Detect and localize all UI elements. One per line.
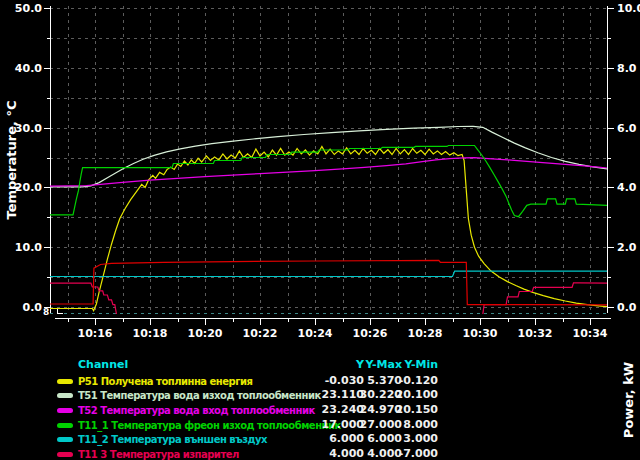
channel-label-t51: T51 Температура вода изход топлообменник [78, 390, 321, 402]
value-ymin-t11_2: 3.000 [380, 433, 438, 445]
legend-header-channel: Channel [78, 359, 128, 371]
legend-swatch-t52 [57, 408, 73, 413]
legend-table: Channel Y Y-Max Y-Min P51 Получена топли… [0, 0, 640, 460]
legend-swatch-t11_3 [57, 452, 73, 457]
channel-label-p51: P51 Получена топлинна енергия [78, 376, 252, 388]
legend-swatch-t51 [57, 393, 73, 398]
legend-swatch-t11_2 [57, 437, 73, 442]
value-ymin-t52: 20.150 [380, 404, 438, 416]
legend-swatch-p51 [57, 379, 73, 384]
value-ymin-p51: -0.120 [380, 375, 438, 387]
value-ymin-t11_3: -7.000 [380, 448, 438, 460]
channel-label-t11_3: T11 3 Температура изпарител [78, 449, 239, 460]
legend-swatch-t11_1 [57, 423, 73, 428]
legend-header-ymin: Y-Min [380, 359, 438, 371]
channel-label-t52: T52 Температура вода вход топлообменник [78, 405, 315, 417]
value-ymin-t51: 20.100 [380, 389, 438, 401]
channel-label-t11_2: T11_2 Температура външен въздух [78, 434, 267, 446]
value-ymin-t11_1: 8.000 [380, 419, 438, 431]
app-window: 0.010.020.030.040.050.00.02.04.06.08.010… [0, 0, 640, 460]
